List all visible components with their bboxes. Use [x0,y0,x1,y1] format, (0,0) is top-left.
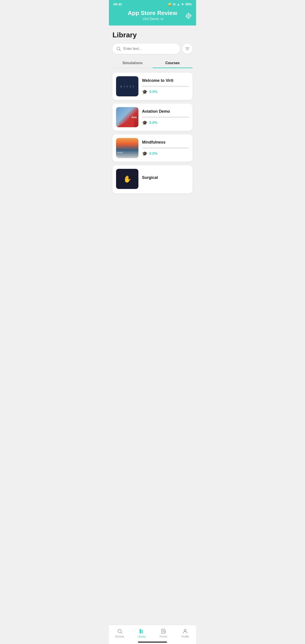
course-name-mindfulness: Mindfulness [142,140,189,145]
gear-icon [185,13,192,19]
status-icons: 🔔̸ ⊖ ▲ ✈ 58% [168,2,192,6]
status-bar: 09:42 🔔̸ ⊖ ▲ ✈ 58% [109,0,196,8]
course-thumbnail-surgical: ✋ [116,169,138,189]
tab-courses[interactable]: Courses [152,58,192,68]
course-name-surgical: Surgical [142,175,189,180]
search-input-wrap[interactable] [112,44,180,54]
course-info-surgical: Surgical [142,175,189,183]
search-icon [116,46,121,52]
library-title: Library [112,31,192,39]
mindfulness-thumb-small: rti [117,155,118,157]
svg-point-0 [188,15,190,16]
subtitle-text: Virti Demo [142,17,159,21]
mute-icon: 🔔̸ [168,2,172,6]
svg-point-1 [117,47,120,50]
tabs: Simulations Courses [112,58,192,68]
battery-icon: 58% [185,2,192,6]
search-input[interactable] [124,47,176,51]
course-percent-aviation: 🎓 0.0% [142,120,189,126]
filter-button[interactable] [182,44,192,54]
virti-logo-text: v i r t i [120,85,134,88]
app-title: App Store Review [128,10,177,16]
course-thumbnail-aviation: Avia rti [116,107,138,127]
progress-bar-aviation [142,116,189,118]
donotdisturb-icon: ⊖ [173,2,176,6]
settings-button[interactable] [185,13,192,20]
progress-bar-mindfulness [142,147,189,149]
course-name-welcome: Welcome to Virti [142,78,189,83]
progress-bar-welcome [142,86,189,87]
course-card-surgical[interactable]: ✋ Surgical [112,165,192,194]
course-card-aviation[interactable]: Avia rti Aviation Demo 🎓 0.0% [112,104,192,131]
course-percent-mindfulness: 🎓 0.0% [142,151,189,156]
chevron-down-icon [160,17,164,20]
course-thumbnail-mindfulness: Mindfu rti [116,138,138,158]
status-time: 09:42 [113,2,122,6]
tab-simulations[interactable]: Simulations [112,58,152,68]
course-card-mindfulness[interactable]: Mindfu rti Mindfulness 🎓 0.0% [112,134,192,162]
app-header: App Store Review Virti Demo [109,8,196,26]
course-info-welcome: Welcome to Virti 🎓 0.0% [142,78,189,94]
graduation-icon-mindfulness: 🎓 [142,151,148,156]
aviation-thumb-small: rti [117,124,118,126]
mindfulness-thumb-label: Mindfu [117,152,123,154]
airplane-icon: ✈ [181,2,184,6]
search-row [112,44,192,54]
filter-icon [185,48,190,50]
header-subtitle[interactable]: Virti Demo [128,17,177,21]
header-title-group: App Store Review Virti Demo [128,10,177,21]
course-thumbnail-welcome: v i r t i [116,76,138,96]
course-info-mindfulness: Mindfulness 🎓 0.0% [142,140,189,156]
graduation-icon: 🎓 [142,89,148,94]
svg-line-2 [120,50,121,51]
main-content: Library Simulations Courses [109,26,196,625]
course-info-aviation: Aviation Demo 🎓 0.0% [142,109,189,126]
surgical-thumb-icon: ✋ [123,175,132,183]
aviation-thumb-label: Avia [132,116,136,118]
graduation-icon-aviation: 🎓 [142,120,148,126]
course-percent-welcome: 🎓 0.0% [142,89,189,94]
course-card-welcome[interactable]: v i r t i Welcome to Virti 🎓 0.0% [112,73,192,100]
wifi-icon: ▲ [177,2,180,6]
course-name-aviation: Aviation Demo [142,109,189,114]
